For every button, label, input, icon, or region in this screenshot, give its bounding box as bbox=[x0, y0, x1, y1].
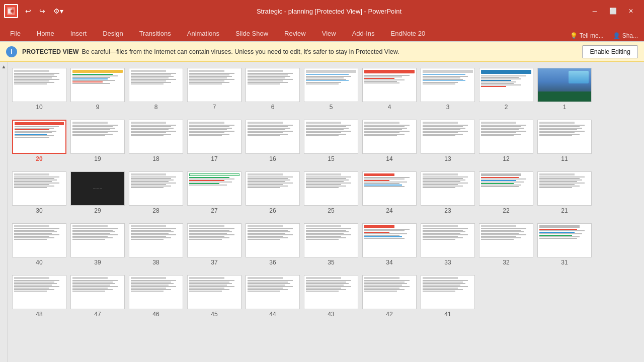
slide-item-35[interactable]: 35 bbox=[304, 223, 358, 266]
slide-item-12[interactable]: 12 bbox=[479, 120, 533, 162]
tell-me-button[interactable]: 💡 Tell me... bbox=[565, 30, 609, 41]
slide-thumb-26[interactable] bbox=[246, 171, 300, 206]
slide-item-9[interactable]: 9 bbox=[70, 68, 125, 111]
slide-thumb-29[interactable]: — — — bbox=[70, 171, 125, 206]
slide-thumb-38[interactable] bbox=[129, 223, 183, 257]
slide-thumb-33[interactable] bbox=[421, 223, 475, 257]
tab-addins[interactable]: Add-Ins bbox=[344, 25, 383, 41]
enable-editing-button[interactable]: Enable Editing bbox=[582, 45, 638, 58]
slide-item-39[interactable]: 39 bbox=[70, 223, 125, 266]
slide-item-48[interactable]: 48 bbox=[12, 275, 66, 318]
slide-item-6[interactable]: 6 bbox=[246, 68, 300, 111]
minimize-button[interactable]: ─ bbox=[586, 4, 604, 19]
slide-thumb-9[interactable] bbox=[70, 68, 125, 102]
slide-item-38[interactable]: 38 bbox=[129, 223, 183, 266]
slide-item-29[interactable]: — — — 29 bbox=[70, 171, 125, 214]
slide-item-40[interactable]: 40 bbox=[12, 223, 66, 266]
slide-item-7[interactable]: 7 bbox=[187, 68, 242, 111]
quick-access-button[interactable]: ⚙▾ bbox=[50, 6, 66, 16]
slide-item-18[interactable]: 18 bbox=[129, 120, 183, 162]
slide-thumb-43[interactable] bbox=[304, 275, 358, 309]
tab-design[interactable]: Design bbox=[95, 25, 131, 41]
slide-thumb-22[interactable] bbox=[479, 171, 533, 206]
slide-thumb-37[interactable] bbox=[187, 223, 242, 257]
slide-item-17[interactable]: 17 bbox=[187, 120, 242, 162]
slide-thumb-35[interactable] bbox=[304, 223, 358, 257]
slide-thumb-31[interactable] bbox=[537, 223, 592, 257]
slide-item-2[interactable]: 2 bbox=[479, 68, 533, 111]
slide-thumb-1[interactable] bbox=[537, 68, 592, 102]
slide-item-13[interactable]: 13 bbox=[421, 120, 475, 162]
slide-item-15[interactable]: 15 bbox=[304, 120, 358, 162]
slide-item-36[interactable]: 36 bbox=[246, 223, 300, 266]
slide-thumb-30[interactable] bbox=[12, 171, 66, 206]
slide-item-31[interactable]: 31 bbox=[537, 223, 592, 266]
slide-thumb-48[interactable] bbox=[12, 275, 66, 309]
slide-thumb-14[interactable] bbox=[362, 120, 417, 154]
slide-thumb-23[interactable] bbox=[421, 171, 475, 206]
slide-item-14[interactable]: 14 bbox=[362, 120, 417, 162]
slide-item-30[interactable]: 30 bbox=[12, 171, 66, 214]
slide-thumb-17[interactable] bbox=[187, 120, 242, 154]
tab-file[interactable]: File bbox=[2, 25, 29, 41]
slide-thumb-20[interactable] bbox=[12, 120, 66, 154]
slide-item-19[interactable]: 19 bbox=[70, 120, 125, 162]
slide-thumb-25[interactable] bbox=[304, 171, 358, 206]
slide-item-8[interactable]: 8 bbox=[129, 68, 183, 111]
slide-item-43[interactable]: 43 bbox=[304, 275, 358, 318]
slide-item-1[interactable]: 1 bbox=[537, 68, 592, 111]
slide-thumb-12[interactable] bbox=[479, 120, 533, 154]
slide-thumb-39[interactable] bbox=[70, 223, 125, 257]
slide-item-28[interactable]: 28 bbox=[129, 171, 183, 214]
slide-item-47[interactable]: 47 bbox=[70, 275, 125, 318]
tab-transitions[interactable]: Transitions bbox=[131, 25, 179, 41]
slide-item-24[interactable]: 24 bbox=[362, 171, 417, 214]
scroll-up-arrow[interactable]: ▲ bbox=[1, 63, 8, 70]
slide-thumb-16[interactable] bbox=[246, 120, 300, 154]
tab-review[interactable]: Review bbox=[276, 25, 314, 41]
slide-thumb-19[interactable] bbox=[70, 120, 125, 154]
slide-thumb-2[interactable] bbox=[479, 68, 533, 102]
slide-thumb-11[interactable] bbox=[537, 120, 592, 154]
tab-slideshow[interactable]: Slide Show bbox=[227, 25, 276, 41]
slide-thumb-44[interactable] bbox=[246, 275, 300, 309]
slide-item-42[interactable]: 42 bbox=[362, 275, 417, 318]
slide-thumb-10[interactable] bbox=[12, 68, 66, 102]
slide-thumb-36[interactable] bbox=[246, 223, 300, 257]
slide-item-46[interactable]: 46 bbox=[129, 275, 183, 318]
restore-button[interactable]: ⬜ bbox=[604, 4, 622, 19]
slide-item-4[interactable]: 4 bbox=[362, 68, 417, 111]
slide-thumb-18[interactable] bbox=[129, 120, 183, 154]
slide-item-44[interactable]: 44 bbox=[246, 275, 300, 318]
slide-thumb-32[interactable] bbox=[479, 223, 533, 257]
slide-thumb-45[interactable] bbox=[187, 275, 242, 309]
slide-thumb-40[interactable] bbox=[12, 223, 66, 257]
slide-thumb-6[interactable] bbox=[246, 68, 300, 102]
slide-item-27[interactable]: 27 bbox=[187, 171, 242, 214]
slide-item-10[interactable]: 10 bbox=[12, 68, 66, 111]
slide-thumb-34[interactable] bbox=[362, 223, 417, 257]
slide-thumb-28[interactable] bbox=[129, 171, 183, 206]
slide-thumb-47[interactable] bbox=[70, 275, 125, 309]
slide-thumb-13[interactable] bbox=[421, 120, 475, 154]
slide-item-25[interactable]: 25 bbox=[304, 171, 358, 214]
slide-thumb-41[interactable] bbox=[421, 275, 475, 309]
slide-thumb-24[interactable] bbox=[362, 171, 417, 206]
tab-insert[interactable]: Insert bbox=[62, 25, 95, 41]
slide-item-26[interactable]: 26 bbox=[246, 171, 300, 214]
slide-item-5[interactable]: 5 bbox=[304, 68, 358, 111]
slide-item-22[interactable]: 22 bbox=[479, 171, 533, 214]
tab-endnote[interactable]: EndNote 20 bbox=[382, 25, 433, 41]
slide-item-34[interactable]: 34 bbox=[362, 223, 417, 266]
slide-thumb-46[interactable] bbox=[129, 275, 183, 309]
slide-item-32[interactable]: 32 bbox=[479, 223, 533, 266]
slide-item-33[interactable]: 33 bbox=[421, 223, 475, 266]
tab-home[interactable]: Home bbox=[29, 25, 62, 41]
slide-thumb-27[interactable] bbox=[187, 171, 242, 206]
close-button[interactable]: ✕ bbox=[622, 4, 640, 19]
tab-animations[interactable]: Animations bbox=[179, 25, 227, 41]
slide-item-21[interactable]: 21 bbox=[537, 171, 592, 214]
tab-view[interactable]: View bbox=[314, 25, 344, 41]
slide-thumb-5[interactable] bbox=[304, 68, 358, 102]
slide-item-16[interactable]: 16 bbox=[246, 120, 300, 162]
